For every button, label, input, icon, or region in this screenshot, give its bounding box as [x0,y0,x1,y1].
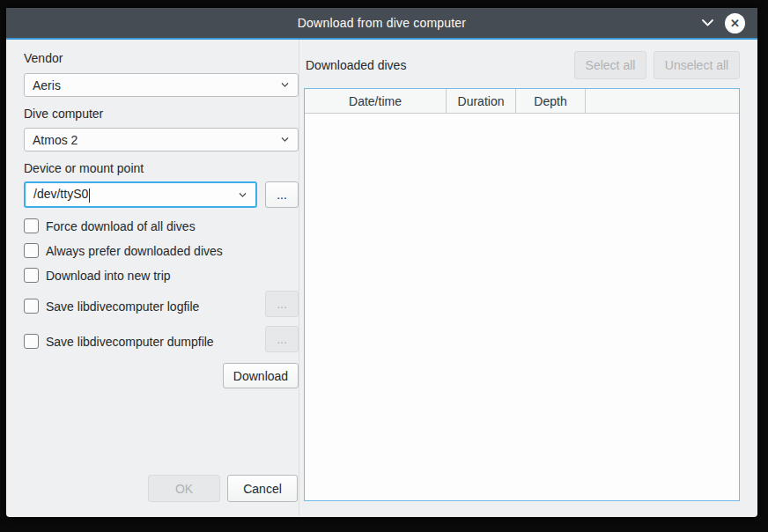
save-dumpfile-checkbox[interactable]: Save libdivecomputer dumpfile [24,334,214,349]
checkbox-box[interactable] [24,299,39,314]
download-button[interactable]: Download [223,363,299,388]
column-header-date-time[interactable]: Date/time [305,89,447,113]
save-logfile-checkbox[interactable]: Save libdivecomputer logfile [24,299,199,314]
downloaded-dives-table: Date/time Duration Depth [304,88,740,501]
device-browse-button[interactable]: ... [265,181,299,208]
column-header-empty[interactable] [586,89,739,113]
checkbox-label[interactable]: Download into new trip [46,269,171,283]
window-shade-button[interactable] [700,18,714,28]
chevron-down-icon [281,81,289,89]
checkbox-label[interactable]: Save libdivecomputer dumpfile [46,335,214,349]
dumpfile-browse-button[interactable]: ... [265,326,299,352]
checkbox-box[interactable] [24,268,39,283]
column-header-duration[interactable]: Duration [447,89,516,113]
vendor-value: Aeris [33,78,281,92]
vendor-dropdown[interactable]: Aeris [24,73,299,97]
panel-splitter[interactable] [299,40,299,516]
dive-computer-value: Atmos 2 [33,133,281,147]
chevron-down-icon [281,136,289,144]
force-download-checkbox[interactable]: Force download of all dives [24,218,196,233]
text-cursor [89,188,90,203]
checkbox-box[interactable] [24,334,39,349]
checkbox-label[interactable]: Save libdivecomputer logfile [46,299,199,314]
select-all-button[interactable]: Select all [574,51,646,79]
dive-computer-label: Dive computer [24,107,103,121]
checkbox-box[interactable] [24,218,39,233]
logfile-browse-button[interactable]: ... [265,291,299,317]
device-label: Device or mount point [24,161,144,175]
checkbox-label[interactable]: Always prefer downloaded dives [46,244,223,258]
prefer-downloaded-checkbox[interactable]: Always prefer downloaded dives [24,243,223,258]
unselect-all-button[interactable]: Unselect all [654,51,740,79]
close-icon: ✕ [730,18,740,29]
ok-button[interactable]: OK [148,475,220,502]
chevron-down-icon [701,18,714,27]
chevron-down-icon [239,191,247,199]
table-body-empty [305,114,739,500]
dive-computer-dropdown[interactable]: Atmos 2 [24,128,299,151]
downloaded-dives-label: Downloaded dives [306,58,406,72]
device-combobox[interactable]: /dev/ttyS0 [24,181,257,208]
download-dialog: Download from dive computer ✕ Vendor Aer… [6,8,757,517]
device-value: /dev/ttyS0 [33,187,88,201]
new-trip-checkbox[interactable]: Download into new trip [24,268,171,283]
column-header-depth[interactable]: Depth [516,89,586,113]
cancel-button[interactable]: Cancel [227,475,298,502]
vendor-label: Vendor [24,51,63,65]
table-header-row: Date/time Duration Depth [305,89,739,114]
close-button[interactable]: ✕ [725,13,745,33]
checkbox-label[interactable]: Force download of all dives [46,219,196,233]
checkbox-box[interactable] [24,243,39,258]
window-title: Download from dive computer [6,8,757,38]
titlebar-accent-line [6,38,757,40]
titlebar: Download from dive computer ✕ [6,8,757,38]
